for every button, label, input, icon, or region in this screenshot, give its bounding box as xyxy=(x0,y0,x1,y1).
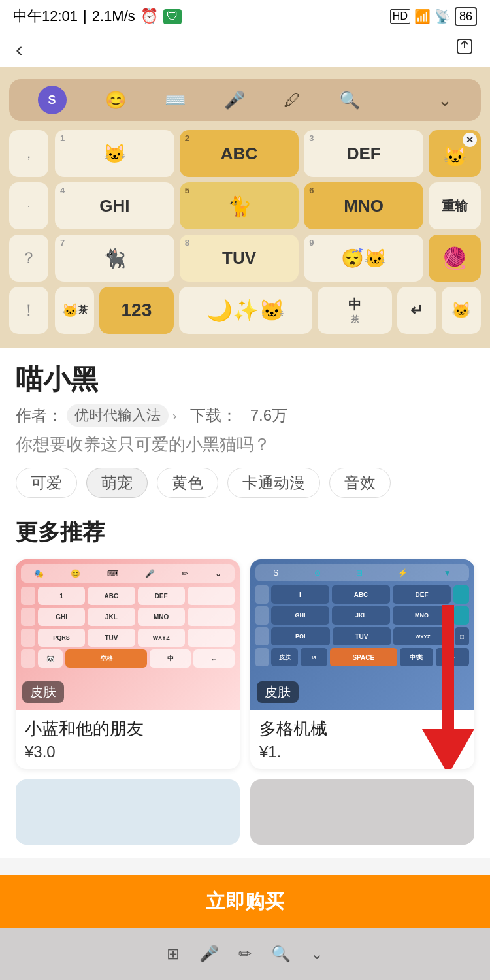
battery-level: 86 xyxy=(459,10,472,23)
bottom-icon-1: ⊞ xyxy=(167,945,180,963)
pen-icon: 🖊 xyxy=(284,90,301,110)
rec-card-3[interactable] xyxy=(16,779,240,845)
rec-card-2[interactable]: S ⊙ ⊟ ⚡ ▼ xyxy=(250,559,474,769)
keyboard-preview: S 😊 ⌨️ 🎤 🖊 🔍 ⌄ ， · ？ ！ 1 🐱 xyxy=(0,67,490,348)
key-abc[interactable]: 2 ABC xyxy=(180,130,299,177)
tag-list: 可爱 萌宠 黄色 卡通动漫 音效 xyxy=(16,468,474,498)
kb-main-area: 1 🐱 2 ABC 3 DEF ✕ 🐱 xyxy=(55,130,481,334)
tag-cute[interactable]: 可爱 xyxy=(16,468,77,498)
buy-button[interactable]: 立即购买 xyxy=(0,875,490,928)
question-key[interactable]: ？ xyxy=(9,235,48,282)
kb-logo-icon: S xyxy=(38,86,67,114)
key-ghi[interactable]: 4 GHI xyxy=(55,182,174,229)
rec-card-1[interactable]: 🎭 😊 ⌨ 🎤 ✏ ⌄ xyxy=(16,559,240,769)
app-description: 你想要收养这只可爱的小黑猫吗？ xyxy=(16,433,474,456)
rec-row-2 xyxy=(16,779,474,845)
rec-thumb-2: S ⊙ ⊟ ⚡ ▼ xyxy=(250,559,474,710)
blue-toolbar: S ⊙ ⊟ ⚡ ▼ xyxy=(255,564,469,581)
author-label: 作者： xyxy=(16,405,63,426)
hd-label: HD xyxy=(390,9,410,24)
skin-badge-1: 皮肤 xyxy=(22,681,64,703)
status-left: 中午12:01 | 2.1M/s ⏰ 🛡 xyxy=(13,7,182,26)
rec-thumb-1: 🎭 😊 ⌨ 🎤 ✏ ⌄ xyxy=(16,559,240,710)
rec-info-2: 多格机械 ¥1. xyxy=(250,710,474,769)
bottom-collapse-icon: ⌄ xyxy=(310,945,323,963)
key-space[interactable]: 🌙✨🐱 xyxy=(179,287,313,334)
bottom-pen-icon: ✏ xyxy=(238,945,252,963)
comma-key[interactable]: ， xyxy=(9,130,48,177)
space-key: SPACE xyxy=(330,648,397,666)
app-meta: 作者： 优时代输入法 › 下载： 7.6万 xyxy=(16,404,474,427)
bottom-kb-bar: ⊞ 🎤 ✏ 🔍 ⌄ xyxy=(0,928,490,980)
kb-bottom-row: 🐱 茶 123 🌙✨🐱 中 茶 ↵ 🐱 xyxy=(55,287,481,334)
key-redo[interactable]: 重输 xyxy=(429,182,481,229)
key-def[interactable]: 3 DEF xyxy=(304,130,423,177)
kb-row-1: 1 🐱 2 ABC 3 DEF ✕ 🐱 xyxy=(55,130,481,177)
time-label: 中午12:01 xyxy=(13,7,78,26)
shield-icon: 🛡 xyxy=(163,9,182,24)
key-tuv[interactable]: 8 TUV xyxy=(180,235,299,282)
collapse-icon: ⌄ xyxy=(438,90,452,110)
key-enter[interactable]: ↵ xyxy=(397,287,436,334)
key-1-cat[interactable]: 1 🐱 xyxy=(55,130,174,177)
share-button[interactable] xyxy=(455,37,474,61)
mic-icon: 🎤 xyxy=(224,90,245,110)
tag-pet[interactable]: 萌宠 xyxy=(86,468,148,498)
pink-toolbar: 🎭 😊 ⌨ 🎤 ✏ ⌄ xyxy=(21,564,235,583)
tag-cartoon[interactable]: 卡通动漫 xyxy=(227,468,320,498)
alarm-icon: ⏰ xyxy=(140,8,158,25)
rec-price-2: ¥1. xyxy=(259,743,465,761)
bottom-mic-icon: 🎤 xyxy=(199,945,219,963)
exclaim-key[interactable]: ！ xyxy=(9,287,48,334)
author-link[interactable]: 优时代输入法 xyxy=(67,404,169,427)
section-title: 更多推荐 xyxy=(16,517,474,547)
download-label: 下载： xyxy=(190,405,237,426)
tag-sound[interactable]: 音效 xyxy=(329,468,391,498)
toolbar-divider xyxy=(399,91,399,109)
kb-left-col: ， · ？ ！ xyxy=(9,130,48,334)
keyboard-icon: ⌨️ xyxy=(165,90,186,110)
skin-badge-2: 皮肤 xyxy=(257,681,299,703)
author-tag: 作者： 优时代输入法 › xyxy=(16,404,177,427)
separator: | xyxy=(83,8,87,25)
bottom-search-icon: 🔍 xyxy=(271,945,291,963)
kb-toolbar: S 😊 ⌨️ 🎤 🖊 🔍 ⌄ xyxy=(9,79,481,121)
tag-yellow[interactable]: 黄色 xyxy=(157,468,218,498)
rec-info-1: 小蓝和他的朋友 ¥3.0 xyxy=(16,710,240,769)
download-count: 7.6万 xyxy=(250,405,287,426)
back-button[interactable]: ‹ xyxy=(16,39,23,59)
key-cat-small[interactable]: 🐱 xyxy=(442,287,481,334)
rec-name-1: 小蓝和他的朋友 xyxy=(25,717,231,740)
kb-row-2: 4 GHI 5 🐈 6 MNO 重输 xyxy=(55,182,481,229)
period-key[interactable]: · xyxy=(9,182,48,229)
emoji-icon: 😊 xyxy=(105,90,126,110)
key-del-cat[interactable]: ✕ 🐱 xyxy=(429,130,481,177)
top-nav: ‹ xyxy=(0,30,490,67)
recommendations-section: 更多推荐 🎭 😊 ⌨ 🎤 ✏ ⌄ xyxy=(16,517,474,845)
status-bar: 中午12:01 | 2.1M/s ⏰ 🛡 HD 📶 📡 86 xyxy=(0,0,490,30)
key-mno[interactable]: 6 MNO xyxy=(304,182,423,229)
app-content: 喵小黑 作者： 优时代输入法 › 下载： 7.6万 你想要收养这只可爱的小黑猫吗… xyxy=(0,348,490,858)
key-7-cat[interactable]: 7 🐈‍⬛ xyxy=(55,235,174,282)
signal-icon: 📶 xyxy=(414,8,431,24)
kb-row-3: 7 🐈‍⬛ 8 TUV 9 😴🐱 🧶 xyxy=(55,235,481,282)
key-123[interactable]: 123 xyxy=(99,287,174,334)
speed-label: 2.1M/s xyxy=(92,8,135,25)
rec-price-1: ¥3.0 xyxy=(25,743,231,761)
key-zh[interactable]: 中 茶 xyxy=(318,287,392,334)
key-cat-paw[interactable]: 🐱 茶 xyxy=(55,287,94,334)
kb-key-area: ， · ？ ！ 1 🐱 2 ABC 3 xyxy=(9,130,481,334)
key-yarn[interactable]: 🧶 xyxy=(429,235,481,282)
status-right: HD 📶 📡 86 xyxy=(390,7,477,26)
rec-name-2: 多格机械 xyxy=(259,717,465,740)
key-5-cat[interactable]: 5 🐈 xyxy=(180,182,299,229)
wifi-icon: 📡 xyxy=(434,8,451,24)
rec-card-4[interactable] xyxy=(250,779,474,845)
chevron-right-icon: › xyxy=(172,408,177,423)
app-title: 喵小黑 xyxy=(16,361,474,398)
battery-indicator: 86 xyxy=(455,7,477,26)
key-9-cat[interactable]: 9 😴🐱 xyxy=(304,235,423,282)
rec-grid: 🎭 😊 ⌨ 🎤 ✏ ⌄ xyxy=(16,559,474,769)
search-icon: 🔍 xyxy=(339,90,360,110)
